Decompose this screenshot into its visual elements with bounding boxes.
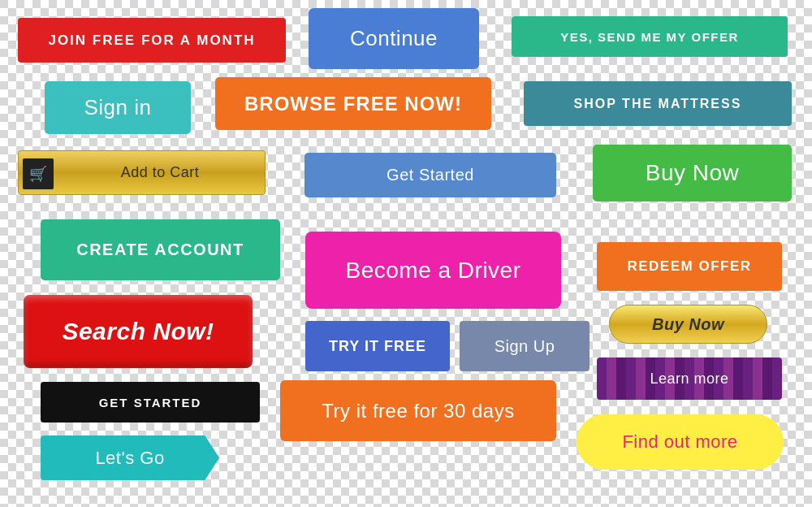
get-started-blue-button[interactable]: Get Started — [304, 153, 556, 197]
get-started-black-button[interactable]: GET STARTED — [41, 382, 260, 422]
find-out-more-button[interactable]: Find out more — [577, 414, 784, 470]
become-driver-button[interactable]: Become a Driver — [305, 232, 561, 309]
continue-button[interactable]: Continue — [309, 8, 479, 69]
sign-up-button[interactable]: Sign Up — [460, 321, 590, 371]
yes-send-offer-button[interactable]: YES, SEND ME MY OFFER — [512, 16, 788, 57]
join-free-button[interactable]: JOIN FREE FOR A MONTH — [18, 18, 286, 63]
shop-mattress-button[interactable]: SHOP THE MATTRESS — [524, 81, 792, 126]
redeem-offer-button[interactable]: REDEEM OFFER — [597, 242, 782, 291]
buy-now-gold-button[interactable]: Buy Now — [609, 305, 767, 344]
lets-go-button[interactable]: Let's Go — [41, 436, 219, 480]
create-account-button[interactable]: CREATE ACCOUNT — [41, 219, 280, 280]
learn-more-button[interactable]: Learn more — [597, 358, 782, 400]
search-now-button[interactable]: Search Now! — [24, 295, 253, 368]
sign-in-button[interactable]: Sign in — [45, 81, 191, 134]
try-it-free-button[interactable]: TRY IT FREE — [305, 321, 450, 371]
buy-now-green-button[interactable]: Buy Now — [593, 145, 792, 202]
add-to-cart-button[interactable]: Add to Cart — [18, 150, 266, 195]
browse-free-button[interactable]: BROWSE FREE NOW! — [215, 77, 491, 130]
try-30-days-button[interactable]: Try it free for 30 days — [280, 380, 556, 441]
cart-icon: 🛒 — [23, 158, 54, 189]
